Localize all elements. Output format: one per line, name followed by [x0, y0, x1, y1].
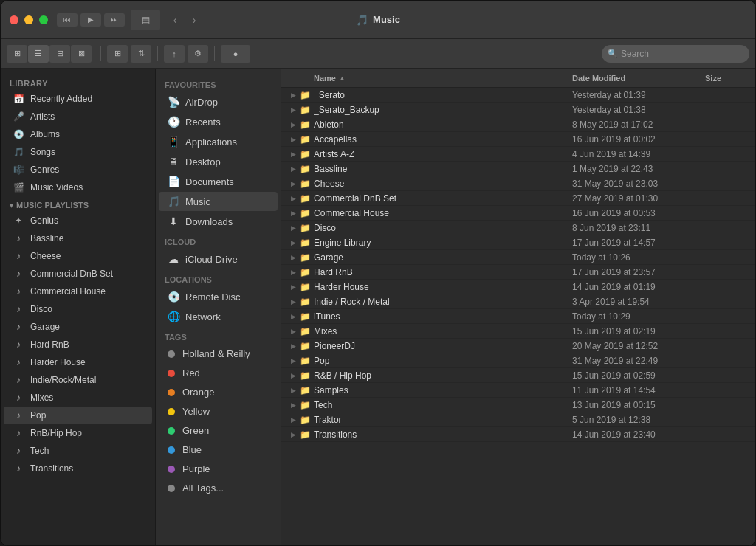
- table-row[interactable]: ▶ 📁 Cheese 31 May 2019 at 23:03: [281, 176, 755, 191]
- mixes-icon: ♪: [13, 392, 24, 404]
- sidebar-item-disco[interactable]: ♪ Disco: [4, 300, 152, 318]
- sidebar-item-artists[interactable]: 🎤 Artists: [4, 108, 152, 125]
- sidebar-item-songs[interactable]: 🎵 Songs: [4, 143, 152, 161]
- finder-item-airdrop[interactable]: 📡 AirDrop: [159, 92, 278, 111]
- share-button[interactable]: ↑: [164, 45, 185, 63]
- sidebar-item-hard-rnb[interactable]: ♪ Hard RnB: [4, 336, 152, 353]
- table-row[interactable]: ▶ 📁 _Serato_ Yesterday at 01:39: [281, 88, 755, 103]
- commercial-dnb-label: Commercial DnB Set: [30, 269, 113, 279]
- table-row[interactable]: ▶ 📁 Garage Today at 10:26: [281, 250, 755, 265]
- file-list: ▶ 📁 _Serato_ Yesterday at 01:39 ▶ 📁 _Ser…: [281, 88, 755, 545]
- table-row[interactable]: ▶ 📁 Commercial House 16 Jun 2019 at 00:5…: [281, 206, 755, 221]
- sidebar-item-indie-rock[interactable]: ♪ Indie/Rock/Metal: [4, 371, 152, 389]
- maximize-button[interactable]: [39, 15, 48, 24]
- column-view-button[interactable]: ⊟: [49, 45, 70, 63]
- file-date: 20 May 2019 at 12:52: [572, 341, 705, 351]
- finder-item-recents[interactable]: 🕐 Recents: [159, 112, 278, 131]
- row-expand-icon: ▶: [287, 224, 299, 232]
- fast-forward-button[interactable]: ⏭: [104, 13, 125, 27]
- close-button[interactable]: [10, 15, 18, 24]
- table-row[interactable]: ▶ 📁 Pop 31 May 2019 at 22:49: [281, 353, 755, 368]
- sidebar-item-genius[interactable]: ✦ Genius: [4, 212, 152, 229]
- sidebar-item-genres[interactable]: 🎼 Genres: [4, 161, 152, 179]
- sidebar-item-music-videos[interactable]: 🎬 Music Videos: [4, 179, 152, 196]
- table-row[interactable]: ▶ 📁 Indie / Rock / Metal 3 Apr 2019 at 1…: [281, 294, 755, 309]
- action-button[interactable]: ⚙: [188, 45, 208, 63]
- table-row[interactable]: ▶ 📁 Engine Library 17 Jun 2019 at 14:57: [281, 235, 755, 250]
- sort-button[interactable]: ⇅: [131, 45, 151, 63]
- finder-item-purple[interactable]: Purple: [159, 460, 278, 478]
- music-folder-icon: 🎵: [356, 14, 368, 26]
- finder-item-remote-disc[interactable]: 💿 Remote Disc: [159, 287, 278, 306]
- finder-item-downloads[interactable]: ⬇ Downloads: [159, 212, 278, 231]
- tags-button[interactable]: ●: [221, 45, 250, 63]
- list-view-button[interactable]: ☰: [28, 45, 49, 63]
- arrange-button[interactable]: ⊞: [107, 45, 128, 63]
- sidebar-item-mixes[interactable]: ♪ Mixes: [4, 389, 152, 407]
- sidebar-item-transitions[interactable]: ♪ Transitions: [4, 460, 152, 477]
- sidebar-item-recently-added[interactable]: 📅 Recently Added: [4, 90, 152, 108]
- finder-item-yellow[interactable]: Yellow: [159, 402, 278, 421]
- search-bar[interactable]: 🔍: [602, 45, 749, 63]
- finder-item-red[interactable]: Red: [159, 364, 278, 382]
- table-row[interactable]: ▶ 📁 Traktor 5 Jun 2019 at 12:38: [281, 412, 755, 427]
- col-size-header[interactable]: Size: [705, 74, 749, 83]
- table-row[interactable]: ▶ 📁 Artists A-Z 4 Jun 2019 at 14:39: [281, 147, 755, 162]
- pop-label: Pop: [30, 410, 46, 421]
- table-row[interactable]: ▶ 📁 _Serato_Backup Yesterday at 01:38: [281, 103, 755, 117]
- rewind-button[interactable]: ⏮: [57, 13, 78, 27]
- sidebar-item-tech[interactable]: ♪ Tech: [4, 442, 152, 460]
- finder-item-blue[interactable]: Blue: [159, 440, 278, 459]
- folder-icon: 📁: [299, 325, 311, 337]
- finder-item-applications[interactable]: 📱 Applications: [159, 132, 278, 151]
- icon-view-button[interactable]: ⊞: [7, 45, 27, 63]
- table-row[interactable]: ▶ 📁 Hard RnB 17 Jun 2019 at 23:57: [281, 265, 755, 280]
- table-row[interactable]: ▶ 📁 Commercial DnB Set 27 May 2019 at 01…: [281, 191, 755, 206]
- sidebar-item-commercial-house[interactable]: ♪ Commercial House: [4, 283, 152, 300]
- sidebar-item-rnb-hiphop[interactable]: ♪ RnB/Hip Hop: [4, 424, 152, 442]
- finder-item-holland-reilly[interactable]: Holland & Reilly: [159, 345, 278, 363]
- col-name-header[interactable]: Name ▲: [314, 74, 572, 83]
- table-row[interactable]: ▶ 📁 Ableton 8 May 2019 at 17:02: [281, 117, 755, 132]
- file-name: _Serato_Backup: [314, 105, 572, 115]
- table-row[interactable]: ▶ 📁 Harder House 14 Jun 2019 at 01:19: [281, 280, 755, 294]
- row-expand-icon: ▶: [287, 165, 299, 173]
- minimize-button[interactable]: [24, 15, 33, 24]
- finder-item-orange[interactable]: Orange: [159, 383, 278, 401]
- sidebar-item-bassline[interactable]: ♪ Bassline: [4, 229, 152, 247]
- table-row[interactable]: ▶ 📁 Tech 13 Jun 2019 at 00:15: [281, 398, 755, 412]
- finder-item-icloud-drive[interactable]: ☁ iCloud Drive: [159, 249, 278, 269]
- table-row[interactable]: ▶ 📁 Mixes 15 Jun 2019 at 02:19: [281, 324, 755, 339]
- table-row[interactable]: ▶ 📁 Accapellas 16 Jun 2019 at 00:02: [281, 132, 755, 147]
- table-row[interactable]: ▶ 📁 Transitions 14 Jun 2019 at 23:40: [281, 427, 755, 442]
- finder-item-documents[interactable]: 📄 Documents: [159, 172, 278, 191]
- table-row[interactable]: ▶ 📁 R&B / Hip Hop 15 Jun 2019 at 02:59: [281, 368, 755, 383]
- sidebar-item-pop[interactable]: ♪ Pop: [4, 407, 152, 424]
- sidebar-item-garage[interactable]: ♪ Garage: [4, 318, 152, 336]
- finder-item-music[interactable]: 🎵 Music: [159, 192, 278, 211]
- sidebar-item-harder-house[interactable]: ♪ Harder House: [4, 353, 152, 371]
- sidebar-item-albums[interactable]: 💿 Albums: [4, 125, 152, 143]
- table-row[interactable]: ▶ 📁 Disco 8 Jun 2019 at 23:11: [281, 221, 755, 235]
- finder-item-green[interactable]: Green: [159, 421, 278, 440]
- folder-icon: 📁: [299, 296, 311, 308]
- sidebar-item-cheese[interactable]: ♪ Cheese: [4, 247, 152, 265]
- table-row[interactable]: ▶ 📁 iTunes Today at 10:29: [281, 309, 755, 324]
- col-date-header[interactable]: Date Modified: [572, 74, 705, 83]
- row-expand-icon: ▶: [287, 342, 299, 350]
- forward-button[interactable]: ›: [185, 11, 203, 29]
- finder-item-all-tags[interactable]: All Tags...: [159, 479, 278, 497]
- sidebar-item-commercial-dnb[interactable]: ♪ Commercial DnB Set: [4, 265, 152, 283]
- back-button[interactable]: ‹: [166, 11, 184, 29]
- search-input[interactable]: [621, 49, 743, 59]
- col-name-label: Name: [314, 74, 336, 83]
- table-row[interactable]: ▶ 📁 PioneerDJ 20 May 2019 at 12:52: [281, 339, 755, 353]
- transitions-icon: ♪: [13, 463, 24, 474]
- play-button[interactable]: ▶: [80, 13, 101, 27]
- table-row[interactable]: ▶ 📁 Samples 11 Jun 2019 at 14:54: [281, 383, 755, 398]
- finder-item-network[interactable]: 🌐 Network: [159, 307, 278, 326]
- finder-item-desktop[interactable]: 🖥 Desktop: [159, 152, 278, 171]
- gallery-view-button[interactable]: ⊠: [71, 45, 92, 63]
- table-row[interactable]: ▶ 📁 Bassline 1 May 2019 at 22:43: [281, 162, 755, 176]
- sidebar-toggle[interactable]: ▤: [131, 10, 160, 30]
